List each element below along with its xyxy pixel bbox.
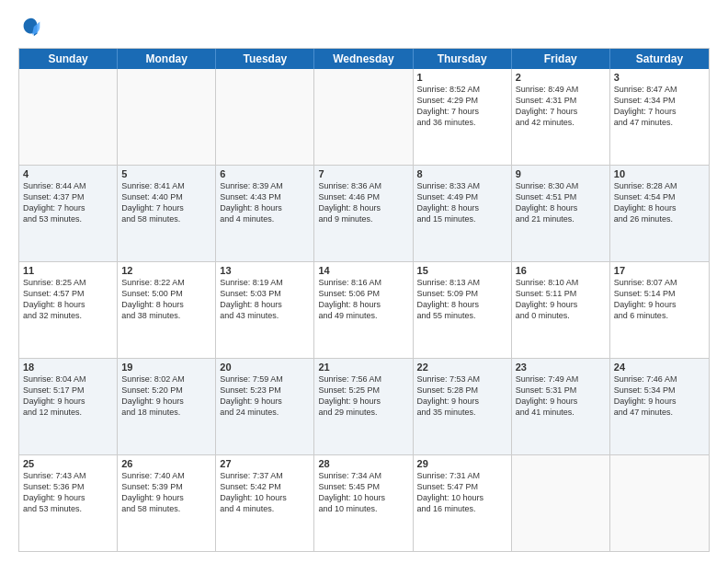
day-number: 9 (516, 168, 606, 179)
day-info: Sunrise: 7:46 AM Sunset: 5:34 PM Dayligh… (614, 373, 705, 419)
day-info: Sunrise: 8:36 AM Sunset: 4:46 PM Dayligh… (318, 180, 408, 225)
day-number: 19 (121, 362, 211, 373)
day-info: Sunrise: 8:10 AM Sunset: 5:11 PM Dayligh… (516, 277, 606, 322)
day-number: 29 (417, 458, 507, 469)
day-info: Sunrise: 8:16 AM Sunset: 5:06 PM Dayligh… (318, 277, 408, 322)
calendar-day-4: 4Sunrise: 8:44 AM Sunset: 4:37 PM Daylig… (19, 166, 118, 261)
day-number: 21 (318, 362, 408, 373)
day-number: 1 (417, 72, 507, 83)
logo (18, 15, 48, 40)
empty-cell (512, 455, 610, 551)
day-info: Sunrise: 7:53 AM Sunset: 5:28 PM Dayligh… (417, 373, 507, 419)
calendar-day-12: 12Sunrise: 8:22 AM Sunset: 5:00 PM Dayli… (118, 262, 216, 358)
day-number: 10 (614, 168, 705, 179)
day-info: Sunrise: 8:19 AM Sunset: 5:03 PM Dayligh… (220, 277, 310, 322)
page-header (18, 15, 710, 40)
day-number: 26 (121, 458, 211, 469)
calendar-day-18: 18Sunrise: 8:04 AM Sunset: 5:17 PM Dayli… (19, 359, 118, 454)
day-number: 15 (417, 265, 507, 276)
empty-cell (19, 69, 118, 165)
day-info: Sunrise: 8:47 AM Sunset: 4:34 PM Dayligh… (614, 84, 705, 129)
day-info: Sunrise: 8:04 AM Sunset: 5:17 PM Dayligh… (23, 373, 113, 419)
day-number: 20 (220, 362, 310, 373)
day-info: Sunrise: 8:30 AM Sunset: 4:51 PM Dayligh… (516, 180, 606, 225)
day-header-friday: Friday (512, 49, 610, 69)
day-info: Sunrise: 7:56 AM Sunset: 5:25 PM Dayligh… (318, 373, 408, 419)
calendar-day-26: 26Sunrise: 7:40 AM Sunset: 5:39 PM Dayli… (118, 455, 216, 551)
calendar-day-6: 6Sunrise: 8:39 AM Sunset: 4:43 PM Daylig… (216, 166, 314, 261)
day-header-monday: Monday (118, 49, 216, 69)
day-info: Sunrise: 8:33 AM Sunset: 4:49 PM Dayligh… (417, 180, 507, 225)
calendar-day-24: 24Sunrise: 7:46 AM Sunset: 5:34 PM Dayli… (610, 359, 709, 454)
day-info: Sunrise: 8:02 AM Sunset: 5:20 PM Dayligh… (121, 373, 211, 419)
day-info: Sunrise: 7:34 AM Sunset: 5:45 PM Dayligh… (318, 470, 408, 515)
day-number: 17 (614, 265, 705, 276)
calendar-week-2: 4Sunrise: 8:44 AM Sunset: 4:37 PM Daylig… (19, 165, 709, 261)
day-header-sunday: Sunday (19, 49, 118, 69)
calendar-week-5: 25Sunrise: 7:43 AM Sunset: 5:36 PM Dayli… (19, 454, 709, 551)
day-info: Sunrise: 8:28 AM Sunset: 4:54 PM Dayligh… (614, 180, 705, 225)
day-number: 2 (516, 72, 606, 83)
day-number: 16 (516, 265, 606, 276)
day-info: Sunrise: 7:59 AM Sunset: 5:23 PM Dayligh… (220, 373, 310, 419)
day-number: 25 (23, 458, 113, 469)
day-number: 18 (23, 362, 113, 373)
day-number: 7 (318, 168, 408, 179)
day-number: 6 (220, 168, 310, 179)
day-number: 13 (220, 265, 310, 276)
calendar-day-28: 28Sunrise: 7:34 AM Sunset: 5:45 PM Dayli… (314, 455, 413, 551)
day-info: Sunrise: 8:25 AM Sunset: 4:57 PM Dayligh… (23, 277, 113, 322)
day-number: 14 (318, 265, 408, 276)
calendar-day-15: 15Sunrise: 8:13 AM Sunset: 5:09 PM Dayli… (414, 262, 512, 358)
day-info: Sunrise: 7:37 AM Sunset: 5:42 PM Dayligh… (220, 470, 310, 515)
day-info: Sunrise: 7:40 AM Sunset: 5:39 PM Dayligh… (121, 470, 211, 515)
calendar-header: SundayMondayTuesdayWednesdayThursdayFrid… (19, 49, 709, 69)
day-info: Sunrise: 7:43 AM Sunset: 5:36 PM Dayligh… (23, 470, 113, 515)
calendar-day-3: 3Sunrise: 8:47 AM Sunset: 4:34 PM Daylig… (610, 69, 709, 165)
calendar-day-13: 13Sunrise: 8:19 AM Sunset: 5:03 PM Dayli… (216, 262, 314, 358)
day-info: Sunrise: 8:52 AM Sunset: 4:29 PM Dayligh… (417, 84, 507, 129)
calendar-day-9: 9Sunrise: 8:30 AM Sunset: 4:51 PM Daylig… (512, 166, 610, 261)
day-info: Sunrise: 7:31 AM Sunset: 5:47 PM Dayligh… (417, 470, 507, 515)
calendar-week-4: 18Sunrise: 8:04 AM Sunset: 5:17 PM Dayli… (19, 358, 709, 454)
day-info: Sunrise: 8:44 AM Sunset: 4:37 PM Dayligh… (23, 180, 113, 225)
calendar-day-20: 20Sunrise: 7:59 AM Sunset: 5:23 PM Dayli… (216, 359, 314, 454)
calendar-day-8: 8Sunrise: 8:33 AM Sunset: 4:49 PM Daylig… (414, 166, 512, 261)
calendar-day-23: 23Sunrise: 7:49 AM Sunset: 5:31 PM Dayli… (512, 359, 610, 454)
calendar-body: 1Sunrise: 8:52 AM Sunset: 4:29 PM Daylig… (19, 69, 709, 551)
day-info: Sunrise: 8:13 AM Sunset: 5:09 PM Dayligh… (417, 277, 507, 322)
empty-cell (216, 69, 314, 165)
day-number: 4 (23, 168, 113, 179)
day-header-saturday: Saturday (610, 49, 709, 69)
logo-icon (18, 15, 44, 40)
calendar-day-29: 29Sunrise: 7:31 AM Sunset: 5:47 PM Dayli… (414, 455, 512, 551)
calendar-day-1: 1Sunrise: 8:52 AM Sunset: 4:29 PM Daylig… (414, 69, 512, 165)
day-number: 24 (614, 362, 705, 373)
day-number: 22 (417, 362, 507, 373)
calendar-day-22: 22Sunrise: 7:53 AM Sunset: 5:28 PM Dayli… (414, 359, 512, 454)
day-number: 28 (318, 458, 408, 469)
day-number: 3 (614, 72, 705, 83)
calendar-day-5: 5Sunrise: 8:41 AM Sunset: 4:40 PM Daylig… (118, 166, 216, 261)
day-info: Sunrise: 7:49 AM Sunset: 5:31 PM Dayligh… (516, 373, 606, 419)
day-header-tuesday: Tuesday (216, 49, 314, 69)
calendar-week-1: 1Sunrise: 8:52 AM Sunset: 4:29 PM Daylig… (19, 69, 709, 165)
day-number: 11 (23, 265, 113, 276)
calendar-day-16: 16Sunrise: 8:10 AM Sunset: 5:11 PM Dayli… (512, 262, 610, 358)
empty-cell (314, 69, 413, 165)
day-info: Sunrise: 8:41 AM Sunset: 4:40 PM Dayligh… (121, 180, 211, 225)
calendar-day-11: 11Sunrise: 8:25 AM Sunset: 4:57 PM Dayli… (19, 262, 118, 358)
day-info: Sunrise: 8:39 AM Sunset: 4:43 PM Dayligh… (220, 180, 310, 225)
calendar-day-10: 10Sunrise: 8:28 AM Sunset: 4:54 PM Dayli… (610, 166, 709, 261)
day-info: Sunrise: 8:07 AM Sunset: 5:14 PM Dayligh… (614, 277, 705, 322)
day-number: 5 (121, 168, 211, 179)
day-header-thursday: Thursday (414, 49, 512, 69)
calendar-day-2: 2Sunrise: 8:49 AM Sunset: 4:31 PM Daylig… (512, 69, 610, 165)
day-info: Sunrise: 8:22 AM Sunset: 5:00 PM Dayligh… (121, 277, 211, 322)
empty-cell (118, 69, 216, 165)
calendar-day-25: 25Sunrise: 7:43 AM Sunset: 5:36 PM Dayli… (19, 455, 118, 551)
day-header-wednesday: Wednesday (314, 49, 413, 69)
calendar-day-19: 19Sunrise: 8:02 AM Sunset: 5:20 PM Dayli… (118, 359, 216, 454)
day-number: 27 (220, 458, 310, 469)
calendar: SundayMondayTuesdayWednesdayThursdayFrid… (18, 48, 710, 552)
